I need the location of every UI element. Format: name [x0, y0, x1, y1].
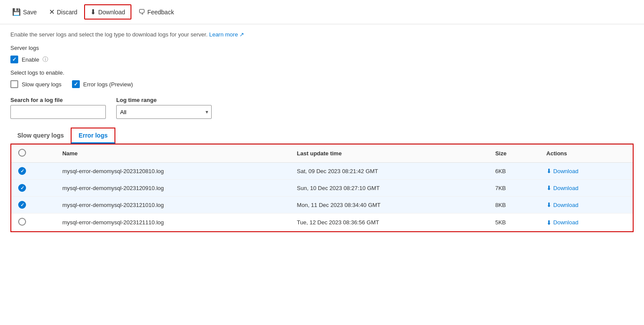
learn-more-link[interactable]: Learn more ↗: [209, 31, 244, 38]
enable-label: Enable: [22, 56, 39, 63]
col-name: Name: [56, 144, 290, 163]
enable-checkmark: ✓: [12, 56, 16, 62]
row-size-3: 5KB: [488, 213, 539, 232]
save-label: Save: [23, 9, 37, 16]
time-range-group: Log time range All Last hour Last 6 hour…: [116, 97, 212, 119]
download-icon: ⬇: [546, 167, 552, 174]
row-size-0: 6KB: [488, 163, 539, 180]
slow-query-label: Slow query logs: [22, 81, 62, 88]
logs-table: Name Last update time Size Actions mysql…: [11, 144, 633, 231]
row-select-2[interactable]: [18, 201, 26, 209]
discard-label: Discard: [57, 9, 77, 16]
log-types-row: Slow query logs ✓ Error logs (Preview): [10, 80, 634, 88]
row-name-0: mysql-error-demomysql-2023120810.log: [56, 163, 290, 180]
row-last-update-1: Sun, 10 Dec 2023 08:27:10 GMT: [290, 180, 488, 197]
download-icon: ⬇: [546, 201, 552, 208]
download-label: Download: [98, 9, 125, 16]
row-size-1: 7KB: [488, 180, 539, 197]
feedback-label: Feedback: [147, 9, 174, 16]
select-logs-label: Select logs to enable.: [10, 69, 634, 76]
row-last-update-3: Tue, 12 Dec 2023 08:36:56 GMT: [290, 213, 488, 232]
discard-icon: ✕: [49, 8, 55, 16]
external-link-icon: ↗: [239, 31, 244, 38]
enable-row: ✓ Enable ⓘ: [10, 56, 634, 63]
download-icon: ⬇: [90, 8, 96, 16]
save-button[interactable]: 💾 Save: [7, 5, 42, 19]
table-row: mysql-error-demomysql-2023120810.logSat,…: [11, 163, 633, 180]
tabs-container: Slow query logs Error logs Name Last upd…: [10, 128, 634, 232]
server-logs-label: Server logs: [10, 45, 634, 51]
toolbar: 💾 Save ✕ Discard ⬇ Download 🗨 Feedback: [0, 0, 644, 24]
row-download-3[interactable]: ⬇ Download: [546, 219, 626, 226]
discard-button[interactable]: ✕ Discard: [44, 5, 82, 19]
time-range-select[interactable]: All Last hour Last 6 hours Last 12 hours…: [116, 105, 212, 119]
slow-query-checkbox[interactable]: [10, 80, 18, 88]
error-logs-label: Error logs (Preview): [83, 81, 133, 88]
table-container: Name Last update time Size Actions mysql…: [10, 144, 634, 232]
row-name-1: mysql-error-demomysql-2023120910.log: [56, 180, 290, 197]
table-row: mysql-error-demomysql-2023121010.logMon,…: [11, 197, 633, 213]
table-header-row: Name Last update time Size Actions: [11, 144, 633, 163]
error-logs-checkmark: ✓: [74, 81, 78, 87]
time-range-label: Log time range: [116, 97, 212, 103]
col-actions: Actions: [539, 144, 633, 163]
search-label: Search for a log file: [10, 97, 106, 103]
row-name-2: mysql-error-demomysql-2023121010.log: [56, 197, 290, 213]
row-last-update-0: Sat, 09 Dec 2023 08:21:42 GMT: [290, 163, 488, 180]
select-all-radio[interactable]: [18, 149, 26, 157]
row-name-3: mysql-error-demomysql-2023121110.log: [56, 213, 290, 232]
table-row: mysql-error-demomysql-2023121110.logTue,…: [11, 213, 633, 232]
search-field-group: Search for a log file: [10, 97, 106, 119]
search-input[interactable]: [10, 105, 106, 119]
save-icon: 💾: [12, 8, 21, 16]
download-icon: ⬇: [546, 219, 552, 226]
main-content: Enable the server logs and select the lo…: [0, 24, 644, 239]
row-select-0[interactable]: [18, 167, 26, 175]
search-filter-row: Search for a log file Log time range All…: [10, 97, 634, 119]
slow-query-logs-item: Slow query logs: [10, 80, 62, 88]
error-logs-checkbox[interactable]: ✓: [72, 80, 80, 88]
tabs-row: Slow query logs Error logs: [10, 128, 634, 144]
download-button[interactable]: ⬇ Download: [84, 4, 131, 20]
info-text: Enable the server logs and select the lo…: [10, 31, 634, 38]
enable-checkbox[interactable]: ✓: [10, 56, 18, 63]
time-range-select-wrapper: All Last hour Last 6 hours Last 12 hours…: [116, 105, 212, 119]
feedback-icon: 🗨: [138, 8, 145, 16]
row-download-1[interactable]: ⬇ Download: [546, 184, 626, 191]
row-last-update-2: Mon, 11 Dec 2023 08:34:40 GMT: [290, 197, 488, 213]
enable-info-icon[interactable]: ⓘ: [42, 56, 48, 63]
row-select-1[interactable]: [18, 184, 26, 192]
tab-slow-query-logs[interactable]: Slow query logs: [10, 128, 71, 143]
error-logs-item: ✓ Error logs (Preview): [72, 80, 133, 88]
row-select-3[interactable]: [18, 218, 26, 226]
feedback-button[interactable]: 🗨 Feedback: [133, 6, 179, 19]
table-row: mysql-error-demomysql-2023120910.logSun,…: [11, 180, 633, 197]
col-last-update: Last update time: [290, 144, 488, 163]
row-download-0[interactable]: ⬇ Download: [546, 167, 626, 174]
download-icon: ⬇: [546, 184, 552, 191]
row-download-2[interactable]: ⬇ Download: [546, 201, 626, 208]
row-size-2: 8KB: [488, 197, 539, 213]
tab-error-logs[interactable]: Error logs: [71, 128, 115, 144]
col-size: Size: [488, 144, 539, 163]
col-select: [11, 144, 56, 163]
